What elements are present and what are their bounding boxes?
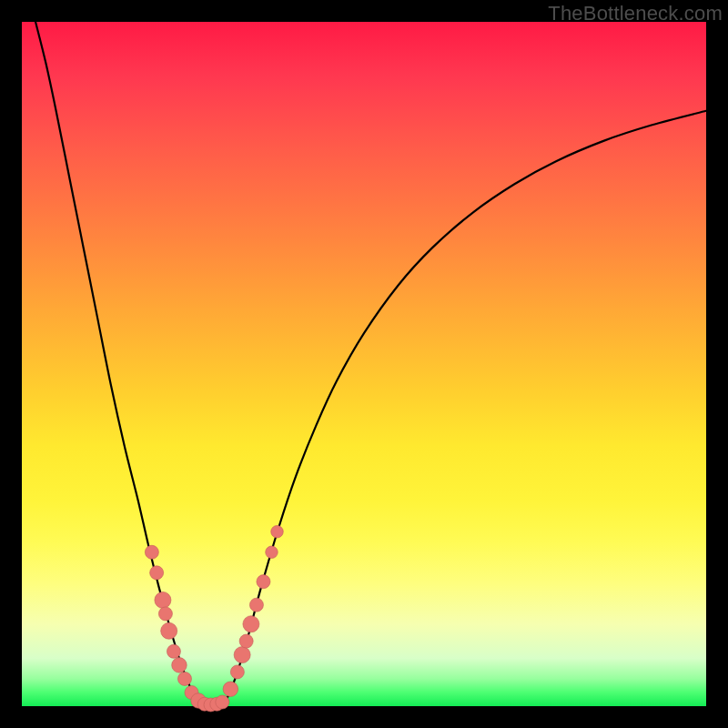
data-point bbox=[257, 575, 270, 589]
bottleneck-curve bbox=[35, 22, 706, 705]
chart-overlay bbox=[22, 22, 706, 706]
data-point bbox=[155, 592, 171, 608]
data-point bbox=[266, 546, 278, 559]
data-point bbox=[150, 566, 164, 580]
data-point bbox=[271, 525, 284, 538]
data-point bbox=[177, 672, 191, 685]
data-point bbox=[234, 647, 250, 663]
data-point bbox=[145, 545, 158, 559]
data-point bbox=[223, 682, 238, 697]
data-point bbox=[249, 598, 263, 612]
data-point bbox=[161, 622, 177, 639]
data-point bbox=[172, 658, 187, 673]
data-point bbox=[167, 644, 180, 658]
chart-frame: TheBottleneck.com bbox=[0, 0, 728, 728]
data-point bbox=[216, 695, 229, 709]
data-point bbox=[243, 616, 259, 632]
data-point bbox=[230, 665, 244, 679]
data-point bbox=[239, 634, 253, 648]
data-points bbox=[145, 525, 283, 712]
data-point bbox=[158, 607, 172, 621]
